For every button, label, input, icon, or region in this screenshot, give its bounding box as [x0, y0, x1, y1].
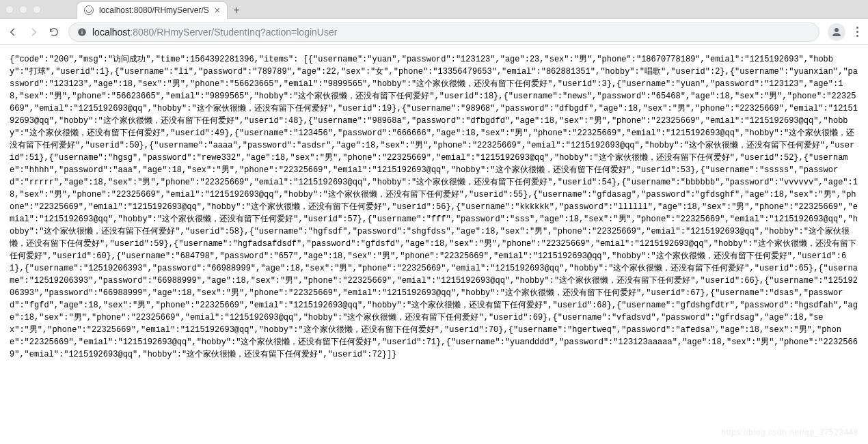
window-titlebar: localhost:8080/RHmyServer/S × +	[0, 0, 868, 19]
url-path: :8080/RHmyServer/StudentInq?action=login…	[130, 27, 337, 38]
tab-strip: localhost:8080/RHmyServer/S × +	[77, 0, 245, 19]
svg-rect-2	[81, 29, 82, 30]
back-button[interactable]	[7, 26, 19, 38]
browser-tab[interactable]: localhost:8080/RHmyServer/S ×	[77, 1, 228, 19]
watermark-text: https://blog.csdn.net/qq_37523448	[721, 428, 858, 437]
tab-title: localhost:8080/RHmyServer/S	[99, 5, 209, 15]
svg-point-3	[835, 28, 839, 32]
browser-toolbar: localhost:8080/RHmyServer/StudentInq?act…	[0, 19, 868, 45]
url-text: localhost:8080/RHmyServer/StudentInq?act…	[92, 27, 337, 38]
window-controls	[5, 5, 41, 14]
globe-icon	[84, 5, 94, 15]
minimize-window-button[interactable]	[19, 5, 27, 14]
site-info-icon[interactable]	[77, 27, 87, 37]
response-body: {"code":"200","msg":"访问成功","time":156439…	[0, 45, 868, 444]
svg-rect-1	[81, 31, 82, 33]
maximize-window-button[interactable]	[33, 5, 41, 14]
forward-button[interactable]	[27, 26, 40, 38]
url-host: localhost	[92, 27, 130, 38]
reload-button[interactable]	[48, 26, 60, 38]
close-window-button[interactable]	[5, 5, 14, 14]
new-tab-button[interactable]: +	[228, 1, 245, 19]
menu-button[interactable]	[854, 24, 861, 40]
close-tab-icon[interactable]: ×	[215, 5, 220, 15]
address-bar[interactable]: localhost:8080/RHmyServer/StudentInq?act…	[68, 23, 819, 42]
profile-avatar[interactable]	[828, 23, 845, 41]
